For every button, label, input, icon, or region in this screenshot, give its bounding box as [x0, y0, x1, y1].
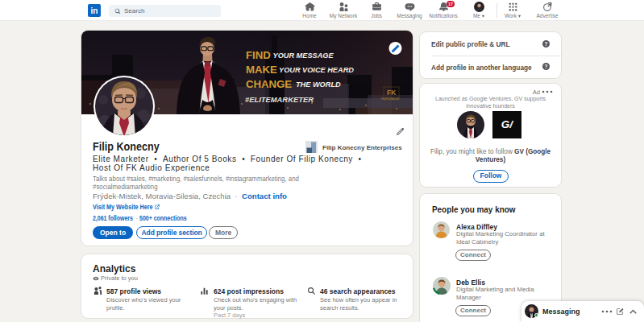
svg-text:FK: FK: [387, 89, 397, 97]
svg-text:THE WORLD: THE WORLD: [296, 80, 341, 89]
svg-text:CHANGE: CHANGE: [246, 78, 292, 90]
svg-text:FILIP KONECNY: FILIP KONECNY: [381, 97, 400, 101]
svg-text:#ELITEMARKETER: #ELITEMARKETER: [245, 95, 314, 104]
svg-text:FIND: FIND: [246, 49, 271, 61]
svg-text:YOUR MESSAGE: YOUR MESSAGE: [273, 52, 334, 60]
svg-text:YOUR VOICE HEARD: YOUR VOICE HEARD: [279, 66, 354, 74]
svg-text:MAKE: MAKE: [246, 64, 277, 76]
